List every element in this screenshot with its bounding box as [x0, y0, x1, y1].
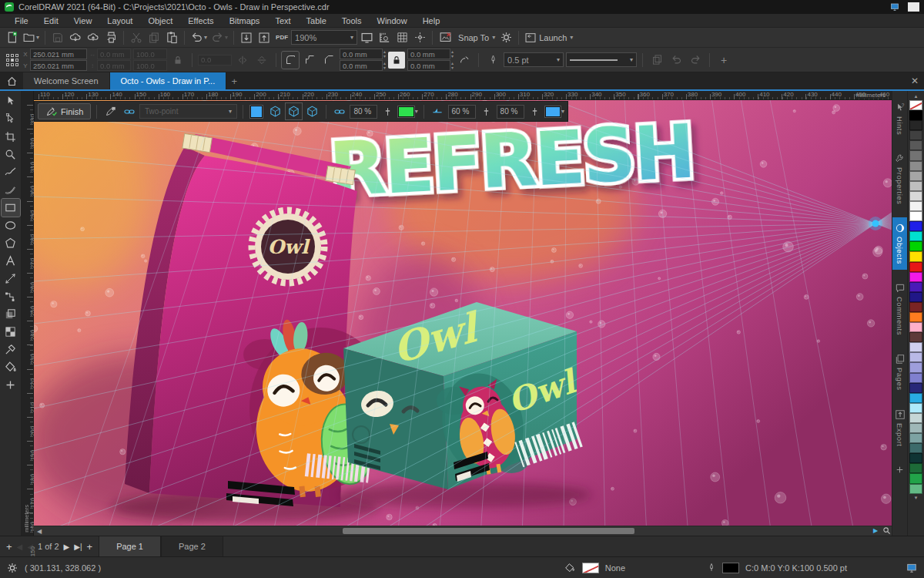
- menu-effects[interactable]: Effects: [181, 15, 220, 26]
- print-button[interactable]: [102, 29, 119, 46]
- palette-swatch-26[interactable]: [909, 362, 922, 372]
- ellipse-tool[interactable]: [2, 217, 20, 234]
- cut-button[interactable]: [128, 29, 145, 46]
- palette-swatch-31[interactable]: [909, 413, 922, 423]
- object-size-width[interactable]: 0.0 mm: [97, 49, 131, 59]
- status-settings-gear-icon[interactable]: [6, 562, 18, 574]
- perspective-type-dropdown[interactable]: Two-point▾: [139, 104, 237, 119]
- palette-swatch-28[interactable]: [909, 383, 922, 393]
- menu-window[interactable]: Window: [370, 15, 414, 26]
- polygon-tool[interactable]: [2, 234, 20, 252]
- window-close-button[interactable]: [908, 2, 919, 12]
- palette-swatch-25[interactable]: [909, 352, 922, 362]
- horizon-opacity-field[interactable]: 60 %: [448, 105, 476, 119]
- palette-scroll-down[interactable]: ▾: [915, 494, 918, 502]
- horizontal-ruler[interactable]: millimeters 1101201301401501601701801902…: [34, 91, 892, 100]
- close-document-button[interactable]: ✕: [906, 72, 924, 89]
- cloud-open-button[interactable]: [67, 29, 84, 46]
- color-eyedropper-tool[interactable]: [2, 341, 20, 358]
- to-front-button[interactable]: [668, 52, 685, 69]
- docker-tab-hints[interactable]: Hints: [892, 97, 908, 140]
- launch-dropdown[interactable]: Launch▾: [523, 29, 574, 46]
- copy-button[interactable]: [146, 29, 162, 46]
- mirror-vertical-button[interactable]: [253, 52, 270, 69]
- docker-tab-objects[interactable]: Objects: [892, 217, 908, 270]
- menu-edit[interactable]: Edit: [37, 15, 65, 26]
- grid-depth-field[interactable]: 80 %: [497, 105, 524, 119]
- workspace-monitor-icon[interactable]: [888, 2, 902, 12]
- show-guidelines-button[interactable]: [411, 29, 428, 46]
- docker-tab-pages[interactable]: Pages: [892, 348, 908, 395]
- tab-welcome-screen[interactable]: Welcome Screen: [23, 72, 110, 89]
- palette-swatch-29[interactable]: [909, 393, 922, 403]
- fullscreen-preview-button[interactable]: [358, 29, 375, 46]
- depth-slider-icon[interactable]: [527, 103, 543, 119]
- zoom-tool[interactable]: [2, 146, 20, 163]
- vertical-ruler[interactable]: 3303203103002902802702602502402302202102…: [22, 91, 34, 536]
- drawing-page[interactable]: REFRESH: [34, 100, 892, 536]
- one-point-perspective-button[interactable]: [267, 103, 283, 119]
- object-position-x[interactable]: 250.021 mm: [30, 49, 87, 59]
- palette-swatch-10[interactable]: [909, 201, 922, 211]
- palette-swatch-22[interactable]: [909, 322, 922, 332]
- palette-swatch-24[interactable]: [909, 342, 922, 352]
- snap-to-dropdown[interactable]: Snap To▾: [454, 29, 497, 46]
- lock-perspective-icon[interactable]: [102, 103, 119, 119]
- line-style-combo[interactable]: ▾: [566, 52, 637, 67]
- finish-perspective-button[interactable]: Finish: [38, 103, 91, 119]
- shape-tool[interactable]: [2, 110, 20, 128]
- canvas-horizontal-scrollbar[interactable]: ◀: [34, 526, 892, 536]
- palette-scroll-up[interactable]: ▴: [915, 92, 918, 100]
- zoom-corner-button[interactable]: [881, 526, 892, 536]
- menu-table[interactable]: Table: [300, 15, 333, 26]
- export-button[interactable]: [256, 29, 273, 46]
- crop-tool[interactable]: [2, 128, 20, 146]
- last-page-button[interactable]: ▶|: [74, 543, 82, 551]
- plane-color-swatch[interactable]: [249, 103, 265, 119]
- menu-layout[interactable]: Layout: [100, 15, 139, 26]
- customize-property-bar-button[interactable]: +: [715, 52, 732, 69]
- publish-pdf-button[interactable]: PDF: [273, 29, 290, 46]
- save-button[interactable]: [49, 29, 66, 46]
- show-rulers-button[interactable]: [376, 29, 393, 46]
- to-back-button[interactable]: [687, 52, 704, 69]
- corner-radius-tr[interactable]: 0.0 mm: [407, 49, 450, 59]
- welcome-screen-toggle[interactable]: [437, 29, 454, 46]
- palette-swatch-13[interactable]: [909, 231, 922, 241]
- palette-swatch-8[interactable]: [909, 181, 922, 191]
- connector-tool[interactable]: [2, 287, 20, 305]
- page-tab-1[interactable]: Page 1: [99, 536, 161, 556]
- show-grid-button[interactable]: [393, 29, 410, 46]
- docker-tab-comments[interactable]: Comments: [892, 277, 908, 341]
- interactive-fill-tool[interactable]: [2, 358, 20, 376]
- palette-swatch-3[interactable]: [909, 130, 922, 140]
- first-page-button[interactable]: ◀: [17, 543, 23, 551]
- menu-help[interactable]: Help: [416, 15, 447, 26]
- proof-colors-monitor-icon[interactable]: [906, 563, 918, 573]
- scroll-left-button[interactable]: ◀: [34, 526, 45, 536]
- relative-corner-scaling-button[interactable]: [456, 52, 473, 69]
- fill-color-swatch[interactable]: [582, 563, 599, 573]
- add-docker-button[interactable]: [892, 459, 908, 480]
- lock-ratio-button[interactable]: [169, 52, 186, 69]
- freehand-tool[interactable]: [2, 163, 20, 181]
- corner-radius-tl[interactable]: 0.0 mm: [340, 49, 383, 59]
- add-tool-button[interactable]: [2, 376, 20, 394]
- camera-link-icon[interactable]: [331, 103, 347, 119]
- round-corner-button[interactable]: [282, 52, 299, 69]
- open-button[interactable]: ▾: [21, 29, 41, 46]
- palette-swatch-17[interactable]: [909, 272, 922, 282]
- corner-radius-bl[interactable]: 0.0 mm: [340, 60, 383, 71]
- pick-tool[interactable]: [2, 92, 20, 110]
- transparency-tool[interactable]: [2, 323, 20, 341]
- palette-swatch-12[interactable]: [909, 221, 922, 231]
- home-tab-button[interactable]: [0, 72, 23, 89]
- field-of-view-field[interactable]: 80 %: [350, 105, 377, 119]
- docker-tab-properties[interactable]: Properties: [892, 148, 908, 210]
- scrollbar-thumb[interactable]: [343, 528, 634, 534]
- add-page-button-right[interactable]: +: [87, 541, 93, 553]
- two-point-perspective-button[interactable]: [286, 103, 302, 119]
- previous-page-button[interactable]: ◀: [27, 543, 33, 551]
- object-origin-selector[interactable]: [5, 52, 20, 68]
- palette-swatch-15[interactable]: [909, 251, 922, 261]
